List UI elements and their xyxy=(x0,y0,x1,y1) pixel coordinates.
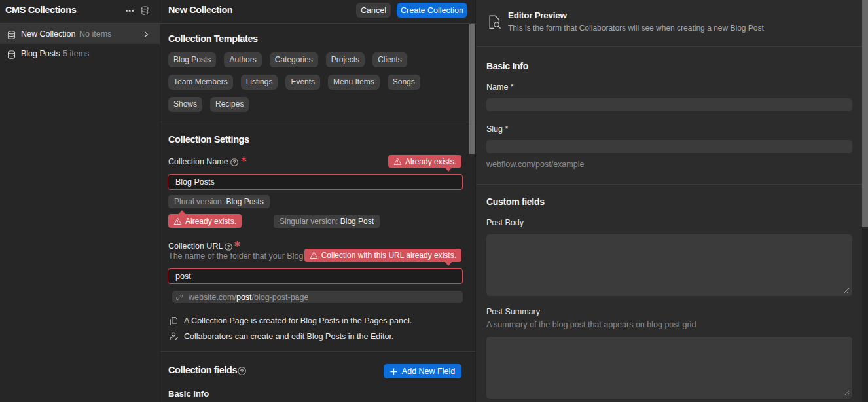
svg-text:?: ? xyxy=(240,368,244,375)
svg-text:?: ? xyxy=(232,159,236,166)
svg-text:?: ? xyxy=(226,244,230,250)
